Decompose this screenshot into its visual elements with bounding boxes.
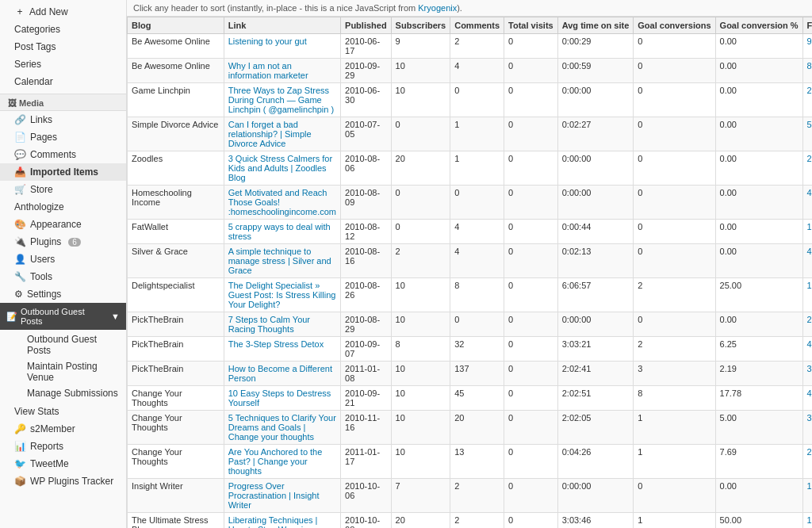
sidebar-anthologize[interactable]: Anthologize — [0, 198, 126, 216]
table-cell: 10 — [802, 278, 812, 312]
table-cell: 0 — [504, 479, 558, 513]
table-link[interactable]: 5 Techniques to Clarify Your Dreams and … — [228, 413, 336, 442]
kryogenix-link[interactable]: Kryogenix — [418, 3, 457, 13]
col-published[interactable]: Published — [341, 17, 392, 34]
table-cell: 6.25 — [715, 337, 802, 362]
sidebar-tweetme[interactable]: 🐦 TweetMe — [0, 455, 126, 473]
sidebar-appearance[interactable]: 🎨 Appearance — [0, 216, 126, 233]
sidebar-settings[interactable]: ⚙ Settings — [0, 285, 126, 303]
table-cell: 2 — [802, 151, 812, 186]
table-cell: 0 — [391, 220, 450, 244]
sidebar-plugins[interactable]: 🔌 Plugins 6 — [0, 233, 126, 251]
pages-icon: 📄 — [14, 132, 26, 143]
table-cell: 9 — [802, 34, 812, 59]
sidebar-maintain-venue[interactable]: Maintain Posting Venue — [21, 358, 126, 385]
sidebar-post-tags[interactable]: Post Tags — [0, 38, 126, 55]
table-cell: 8 — [802, 59, 812, 83]
sidebar-view-stats[interactable]: View Stats — [0, 403, 126, 420]
table-link[interactable]: The Delight Specialist » Guest Post: Is … — [228, 281, 336, 309]
outbound-icon: 📝 — [6, 312, 17, 322]
sidebar-s2member[interactable]: 🔑 s2Member — [0, 420, 126, 438]
table-link[interactable]: Are You Anchored to the Past? | Change y… — [228, 447, 323, 476]
table-link[interactable]: A simple technique to manage stress | Si… — [228, 247, 331, 275]
col-fb-tweets[interactable]: FB Tweets — [802, 17, 812, 34]
sidebar-series[interactable]: Series — [0, 55, 126, 73]
sidebar-reports[interactable]: 📊 Reports — [0, 438, 126, 455]
table-cell: Are You Anchored to the Past? | Change y… — [224, 445, 340, 479]
table-link[interactable]: Can I forget a bad relationship? | Simpl… — [228, 120, 312, 148]
col-subscribers[interactable]: Subscribers — [391, 17, 450, 34]
sidebar-categories[interactable]: Categories — [0, 21, 126, 38]
table-link[interactable]: Why I am not an information marketer — [228, 61, 308, 80]
table-cell: 4 — [450, 59, 504, 83]
table-cell: 0 — [634, 312, 715, 337]
sidebar-pages[interactable]: 📄 Pages — [0, 128, 126, 146]
sidebar-users[interactable]: 👤 Users — [0, 251, 126, 268]
import-icon: 📥 — [14, 166, 26, 178]
col-avg-time[interactable]: Avg time on site — [557, 17, 634, 34]
table-cell: 8 — [391, 337, 450, 362]
table-link[interactable]: Liberating Techniques | How to Stop Worr… — [228, 515, 318, 528]
table-cell: PickTheBrain — [128, 362, 224, 386]
sidebar-tools[interactable]: 🔧 Tools — [0, 268, 126, 285]
table-cell: Game Linchpin — [128, 83, 224, 117]
sidebar-wp-plugins-tracker[interactable]: 📦 WP Plugins Tracker — [0, 473, 126, 490]
table-cell: Zoodles — [128, 151, 224, 186]
table-cell: 2010-09-21 — [341, 386, 392, 411]
sidebar-links[interactable]: 🔗 Links — [0, 111, 126, 128]
table-cell: 0.00 — [715, 117, 802, 151]
table-link[interactable]: 5 crappy ways to deal with stress — [228, 222, 331, 241]
table-link[interactable]: 10 Easy Steps to Destress Yourself — [228, 388, 331, 407]
table-cell: How to Become a Different Person — [224, 362, 340, 386]
table-cell: 0 — [504, 244, 558, 278]
col-blog[interactable]: Blog — [128, 17, 224, 34]
table-cell: 0 — [504, 186, 558, 220]
table-cell: 2010-08-09 — [341, 186, 392, 220]
col-goal-conv[interactable]: Goal conversions — [634, 17, 715, 34]
table-cell: 17.78 — [715, 386, 802, 411]
sidebar-store[interactable]: 🛒 Store — [0, 181, 126, 198]
table-link[interactable]: Progress Over Procrastination | Insight … — [228, 481, 320, 510]
table-cell: 0:00:44 — [557, 220, 634, 244]
table-cell: 2010-07-05 — [341, 117, 392, 151]
sidebar-calendar[interactable]: Calendar — [0, 73, 126, 90]
table-link[interactable]: Get Motivated and Reach Those Goals! :ho… — [228, 188, 336, 216]
table-cell: 137 — [450, 362, 504, 386]
table-cell: 0 — [634, 83, 715, 117]
sidebar-comments[interactable]: 💬 Comments — [0, 146, 126, 163]
table-link[interactable]: 7 Steps to Calm Your Racing Thoughts — [228, 315, 310, 334]
table-cell: 2010-06-30 — [341, 83, 392, 117]
col-link[interactable]: Link — [224, 17, 340, 34]
table-cell: Get Motivated and Reach Those Goals! :ho… — [224, 186, 340, 220]
table-cell: 1 — [450, 151, 504, 186]
table-cell: 36 — [802, 362, 812, 386]
table-cell: 0 — [634, 151, 715, 186]
table-cell: 1 — [802, 479, 812, 513]
table-cell: Simple Divorce Advice — [128, 117, 224, 151]
table-cell: 0 — [450, 186, 504, 220]
table-link[interactable]: How to Become a Different Person — [228, 364, 332, 383]
table-cell: 2010-09-29 — [341, 59, 392, 83]
table-cell: 0 — [634, 117, 715, 151]
col-comments[interactable]: Comments — [450, 17, 504, 34]
table-link[interactable]: The 3-Step Stress Detox — [228, 339, 324, 349]
sidebar-imported-items[interactable]: 📥 Imported Items — [0, 163, 126, 181]
table-cell: 0:02:13 — [557, 244, 634, 278]
table-link[interactable]: Listening to your gut — [228, 36, 307, 46]
table-cell: 0 — [504, 386, 558, 411]
table-cell: 13 — [450, 445, 504, 479]
table-cell: 0 — [634, 244, 715, 278]
sidebar-add-new[interactable]: + Add New — [0, 3, 126, 21]
table-cell: 10 — [391, 386, 450, 411]
col-goal-conv-pct[interactable]: Goal conversion % — [715, 17, 802, 34]
sidebar-outbound-posts[interactable]: Outbound Guest Posts — [21, 331, 126, 358]
tools-icon: 🔧 — [14, 271, 26, 282]
table-cell: 0.00 — [715, 151, 802, 186]
table-cell: 2010-08-12 — [341, 220, 392, 244]
col-total-visits[interactable]: Total visits — [504, 17, 558, 34]
sidebar-manage-submissions[interactable]: Manage Submissions — [21, 385, 126, 401]
table-link[interactable]: Three Ways to Zap Stress During Crunch —… — [228, 86, 334, 114]
table-header-row: Blog Link Published Subscribers Comments… — [128, 17, 813, 34]
table-link[interactable]: 3 Quick Stress Calmers for Kids and Adul… — [228, 154, 332, 182]
sidebar-outbound-guest-posts[interactable]: 📝 Outbound Guest Posts ▼ — [0, 303, 126, 330]
